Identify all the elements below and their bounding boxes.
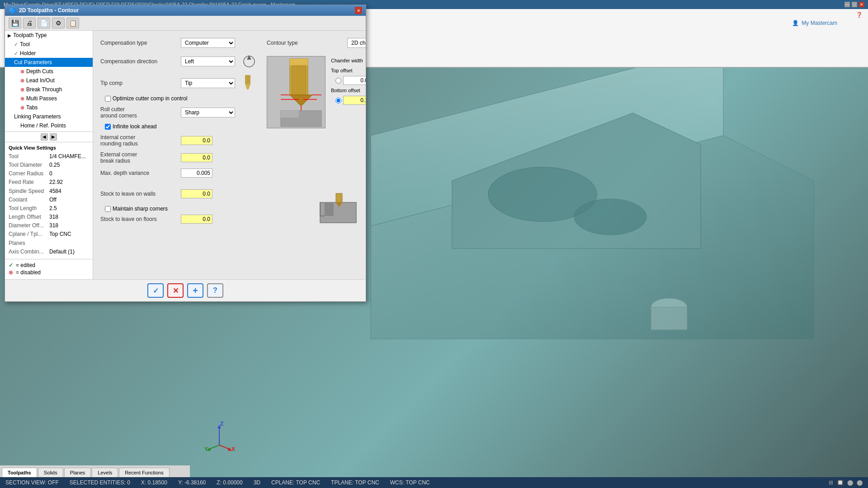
- tree-nav-left[interactable]: ◀: [41, 133, 48, 141]
- tab-planes[interactable]: Planes: [64, 468, 91, 477]
- cancel-button[interactable]: ✕: [167, 283, 184, 298]
- maintain-sharp-label[interactable]: Maintain sharp corners: [105, 206, 311, 212]
- bottom-tabs-bar: Toolpaths Solids Planes Levels Recent Fu…: [0, 465, 190, 477]
- tree-item-tool[interactable]: ✓ Tool: [5, 40, 93, 49]
- toolbar-copy-btn[interactable]: 📄: [38, 18, 50, 28]
- stock-viz: [318, 191, 359, 223]
- dialog-close-btn[interactable]: ✕: [355, 7, 362, 14]
- tree-label-break-through: Break Through: [26, 86, 62, 93]
- tree-label-tool: Tool: [20, 41, 30, 47]
- close-btn[interactable]: ✕: [859, 2, 864, 7]
- tree-item-cut-parameters[interactable]: Cut Parameters: [5, 58, 93, 67]
- tab-toolpaths[interactable]: Toolpaths: [2, 468, 37, 477]
- infinite-lookahead-label[interactable]: Infinite look ahead: [105, 123, 156, 130]
- top-offset-input[interactable]: [343, 76, 366, 85]
- stock-walls-input[interactable]: [181, 189, 212, 198]
- dialog-toolbar: 💾 🖨 📄 ⚙ 📋: [5, 16, 366, 31]
- roll-cutter-select[interactable]: Sharp Loop None: [181, 108, 235, 117]
- display-icon-1: ⬤: [847, 479, 853, 486]
- tree-nav-area: ◀ ▶: [5, 131, 93, 142]
- quick-view-length-offset: Length Offset 318: [9, 213, 89, 221]
- dialog-titlebar: 🔷 2D Toolpaths - Contour ✕: [5, 5, 366, 16]
- top-offset-group: Top offset: [331, 68, 366, 73]
- max-depth-input[interactable]: [181, 169, 212, 178]
- dialog-footer: ✓ ✕ + ?: [5, 279, 366, 301]
- top-offset-radio[interactable]: [335, 78, 341, 84]
- compensation-direction-select[interactable]: Left Right: [181, 56, 235, 66]
- tree-item-holder[interactable]: ✓ Holder: [5, 49, 93, 58]
- tab-solids[interactable]: Solids: [38, 468, 63, 477]
- tree-item-tabs[interactable]: ⊗ Tabs: [5, 103, 93, 112]
- maximize-btn[interactable]: □: [852, 2, 857, 7]
- legend-check-icon: ✓: [9, 262, 13, 268]
- tab-recent-functions[interactable]: Recent Functions: [119, 468, 170, 477]
- stock-walls-row: Stock to leave on walls: [100, 189, 311, 198]
- quick-view-axis: Axis Combin... Default (1): [9, 248, 89, 256]
- help-button[interactable]: ?: [207, 283, 223, 298]
- tree-item-lead-in-out[interactable]: ⊗ Lead In/Out: [5, 76, 93, 85]
- tree-item-linking[interactable]: Linking Parameters: [5, 112, 93, 121]
- window-controls: — □ ✕: [844, 2, 864, 7]
- top-offset-label: Top offset: [331, 68, 366, 73]
- tree-x-icon-5: ⊗: [20, 105, 24, 111]
- optimize-checkbox-label[interactable]: Optimize cutter comp in control: [105, 95, 187, 102]
- svg-rect-40: [245, 75, 250, 84]
- maintain-sharp-checkbox[interactable]: [105, 206, 111, 212]
- maintain-sharp-text: Maintain sharp corners: [113, 206, 168, 212]
- svg-rect-43: [290, 59, 308, 66]
- tree-item-multi-passes[interactable]: ⊗ Multi Passes: [5, 94, 93, 103]
- bottom-offset-radio[interactable]: [335, 98, 341, 103]
- comp-type-label: Compensation type: [100, 40, 177, 46]
- legend-edited: ✓ = edited: [9, 262, 89, 268]
- tree-item-toolpath-type[interactable]: ▶ Toolpath Type: [5, 31, 93, 40]
- quick-view-corner-radius: Corner Radius 0: [9, 169, 89, 178]
- external-corner-label: External cornerbreak radius: [100, 151, 177, 164]
- tree-label-lead: Lead In/Out: [26, 77, 55, 84]
- contour-type-select[interactable]: 2D chamfer 2D Ramp Remachining: [347, 38, 366, 48]
- external-corner-input[interactable]: [181, 153, 212, 162]
- svg-rect-54: [325, 202, 334, 216]
- tree-x-icon-3: ⊗: [20, 87, 24, 93]
- tree-label-toolpath-type: Toolpath Type: [13, 32, 47, 38]
- ok-button[interactable]: ✓: [147, 283, 164, 298]
- stock-floors-input[interactable]: [181, 215, 212, 224]
- tip-comp-row: Tip comp Tip Center: [100, 75, 256, 91]
- optimize-checkbox[interactable]: [105, 96, 111, 102]
- tree-item-break-through[interactable]: ⊗ Break Through: [5, 85, 93, 94]
- tree-expand-icon: ▶: [8, 33, 11, 38]
- toolbar-save-btn[interactable]: 💾: [9, 18, 21, 28]
- tree-item-depth-cuts[interactable]: ⊗ Depth Cuts: [5, 67, 93, 76]
- help-btn[interactable]: ❓: [856, 12, 863, 18]
- tree-nav-right[interactable]: ▶: [50, 133, 57, 141]
- legend-edited-label: = edited: [16, 262, 35, 268]
- compensation-type-select[interactable]: Computer Control Wear Reverse Wear Off: [181, 38, 235, 48]
- quick-view-cplane: Cplane / Tpl... Top CNC: [9, 230, 89, 239]
- toolbar-paste-btn[interactable]: 📋: [66, 18, 79, 28]
- toolbar-settings-btn[interactable]: ⚙: [52, 18, 65, 28]
- add-button[interactable]: +: [187, 283, 203, 298]
- tree-check-icon: ✓: [14, 42, 18, 47]
- tree-label-tabs: Tabs: [26, 104, 38, 111]
- tab-levels[interactable]: Levels: [92, 468, 118, 477]
- tree-item-home-ref[interactable]: Home / Ref. Points: [5, 121, 93, 130]
- minimize-btn[interactable]: —: [844, 2, 850, 7]
- quick-view-tool: Tool 1/4 CHAMFE...: [9, 152, 89, 161]
- legend-x-icon: ⊗: [9, 269, 13, 276]
- main-form-panel: Compensation type Computer Control Wear …: [93, 31, 366, 279]
- svg-marker-39: [247, 55, 251, 60]
- bottom-offset-input[interactable]: [343, 96, 366, 105]
- toolbar-print-btn[interactable]: 🖨: [23, 18, 36, 28]
- legend-section: ✓ = edited ⊗ = disabled: [5, 259, 93, 279]
- y-coord-status: Y: -6.38160: [178, 479, 206, 486]
- internal-corner-input[interactable]: [181, 136, 212, 145]
- my-mastercam-btn[interactable]: 👤 My Mastercam: [788, 18, 841, 28]
- infinite-lookahead-checkbox[interactable]: [105, 124, 111, 130]
- direction-indicator: [242, 52, 256, 70]
- x-coord-status: X: 0.18500: [141, 479, 167, 486]
- tplane-status: TPLANE: TOP CNC: [331, 479, 379, 486]
- tree-label-holder: Holder: [20, 50, 36, 56]
- top-offset-radio-group: [331, 76, 366, 85]
- svg-rect-44: [292, 66, 306, 95]
- tree-check-icon-2: ✓: [14, 51, 18, 56]
- tip-comp-select[interactable]: Tip Center: [181, 78, 235, 88]
